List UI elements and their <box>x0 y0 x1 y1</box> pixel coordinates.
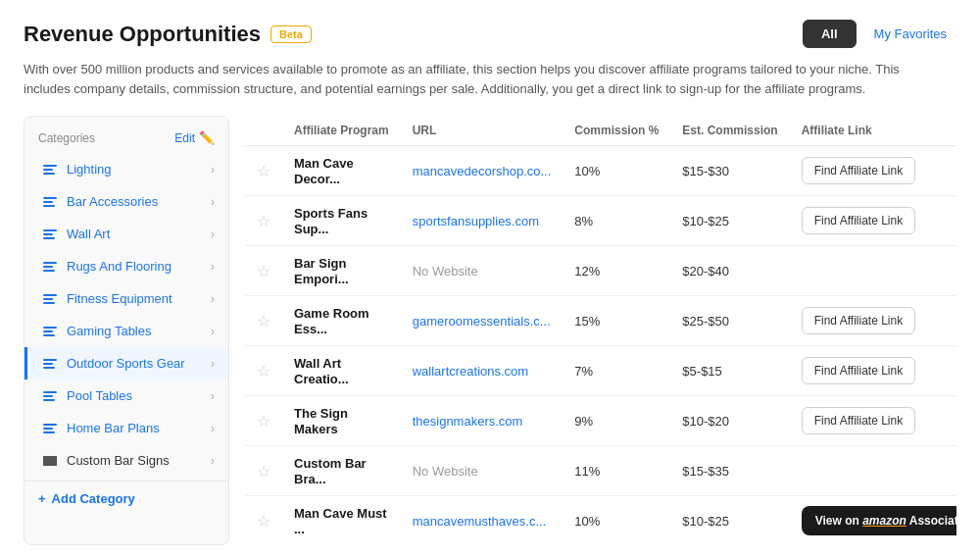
commission-pct: 11% <box>574 464 600 479</box>
find-affiliate-link-button[interactable]: Find Affiliate Link <box>802 207 916 234</box>
affiliate-url[interactable]: sportsfansupplies.com <box>413 214 539 228</box>
sidebar-item-label: Fitness Equipment <box>67 291 172 306</box>
find-affiliate-link-button[interactable]: Find Affiliate Link <box>802 357 916 384</box>
est-commission: $10-$25 <box>682 214 729 228</box>
find-affiliate-link-button[interactable]: Find Affiliate Link <box>802 407 916 434</box>
all-button[interactable]: All <box>803 20 857 48</box>
sidebar-item-gaming-tables[interactable]: Gaming Tables › <box>24 315 228 347</box>
sidebar: Categories Edit ✏️ Lighting › <box>24 116 229 545</box>
list-icon <box>41 422 59 435</box>
favorite-star-button[interactable]: ☆ <box>257 412 270 430</box>
chevron-right-icon: › <box>211 228 215 241</box>
chevron-right-icon: › <box>211 163 215 177</box>
sidebar-item-outdoor-sports-gear[interactable]: Outdoor Sports Gear › <box>24 347 228 380</box>
affiliate-url[interactable]: wallartcreations.com <box>413 364 529 379</box>
find-affiliate-link-button[interactable]: Find Affiliate Link <box>802 307 916 334</box>
sidebar-item-bar-accessories[interactable]: Bar Accessories › <box>24 185 228 218</box>
list-icon <box>41 389 59 403</box>
sidebar-item-wall-art[interactable]: Wall Art › <box>24 218 228 250</box>
list-icon <box>41 228 59 241</box>
chevron-right-icon: › <box>211 454 215 468</box>
col-url: URL <box>401 116 564 146</box>
list-icon <box>41 195 59 209</box>
table-row: ☆The Sign Makersthesignmakers.com9%$10-$… <box>245 396 956 446</box>
sidebar-header: Categories Edit ✏️ <box>24 125 228 153</box>
commission-pct: 9% <box>574 414 593 429</box>
table-row: ☆Bar Sign Empori...No Website12%$20-$40 <box>245 246 956 296</box>
commission-pct: 10% <box>574 514 600 529</box>
list-icon <box>41 163 59 177</box>
sidebar-item-custom-bar-signs[interactable]: Custom Bar Signs › <box>24 444 228 477</box>
page-title: Revenue Opportunities <box>24 22 261 47</box>
favorite-star-button[interactable]: ☆ <box>257 162 270 180</box>
chevron-right-icon: › <box>211 422 215 435</box>
sidebar-item-lighting[interactable]: Lighting › <box>24 153 228 185</box>
table-row: ☆Custom Bar Bra...No Website11%$15-$35 <box>245 446 956 496</box>
find-affiliate-link-button[interactable]: Find Affiliate Link <box>802 157 916 184</box>
affiliate-url[interactable]: mancavemusthaves.c... <box>413 514 547 529</box>
chevron-right-icon: › <box>211 260 215 274</box>
est-commission: $5-$15 <box>682 364 721 379</box>
beta-badge: Beta <box>270 25 312 43</box>
commission-pct: 8% <box>574 214 593 228</box>
commission-pct: 10% <box>574 164 600 178</box>
affiliate-table-container: Affiliate Program URL Commission % Est. … <box>245 116 956 545</box>
affiliate-url[interactable]: gameroomessentials.c... <box>413 314 551 329</box>
list-icon <box>41 292 59 306</box>
favorite-star-button[interactable]: ☆ <box>257 262 270 280</box>
sidebar-item-pool-tables[interactable]: Pool Tables › <box>24 380 228 412</box>
sidebar-item-label: Outdoor Sports Gear <box>67 356 185 371</box>
affiliate-name: Man Cave Decor... <box>294 156 354 186</box>
sidebar-item-fitness-equipment[interactable]: Fitness Equipment › <box>24 282 228 315</box>
affiliate-name: Custom Bar Bra... <box>294 456 367 486</box>
sidebar-item-label: Custom Bar Signs <box>67 453 170 468</box>
pencil-icon: ✏️ <box>199 130 215 145</box>
table-row: ☆Sports Fans Sup...sportsfansupplies.com… <box>245 196 956 246</box>
col-affiliate-program: Affiliate Program <box>282 116 401 146</box>
no-website-label: No Website <box>413 464 478 479</box>
affiliate-url[interactable]: mancavedecorshop.co... <box>413 164 552 178</box>
favorite-star-button[interactable]: ☆ <box>257 212 270 230</box>
col-star <box>245 116 282 146</box>
list-icon <box>41 357 59 371</box>
favorite-star-button[interactable]: ☆ <box>257 462 270 481</box>
chevron-right-icon: › <box>211 195 215 209</box>
view-amazon-associates-button[interactable]: View on amazon Associates <box>802 506 956 535</box>
sidebar-item-home-bar-plans[interactable]: Home Bar Plans › <box>24 412 228 444</box>
sidebar-item-label: Wall Art <box>67 227 110 241</box>
my-favorites-button[interactable]: My Favorites <box>864 21 956 47</box>
affiliate-name: Wall Art Creatio... <box>294 356 349 386</box>
sidebar-item-label: Home Bar Plans <box>67 421 160 435</box>
favorite-star-button[interactable]: ☆ <box>257 362 270 380</box>
commission-pct: 7% <box>574 364 593 379</box>
col-est-commission: Est. Commission <box>670 116 789 146</box>
page-header: Revenue Opportunities Beta All My Favori… <box>24 20 956 48</box>
table-row: ☆Man Cave Must ...mancavemusthaves.c...1… <box>245 496 956 546</box>
amazon-label-main: View on amazon Associates <box>815 514 956 528</box>
favorite-star-button[interactable]: ☆ <box>257 512 270 531</box>
header-left: Revenue Opportunities Beta <box>24 22 312 47</box>
favorite-star-button[interactable]: ☆ <box>257 312 270 330</box>
sidebar-item-label: Lighting <box>67 162 112 177</box>
table-row: ☆Wall Art Creatio...wallartcreations.com… <box>245 346 956 396</box>
chevron-right-icon: › <box>211 325 215 338</box>
affiliate-name: Man Cave Must ... <box>294 506 387 536</box>
affiliate-table: Affiliate Program URL Commission % Est. … <box>245 116 956 545</box>
add-category-button[interactable]: + Add Category <box>24 481 228 516</box>
header-right: All My Favorites <box>803 20 956 48</box>
sidebar-item-label: Bar Accessories <box>67 194 158 209</box>
list-icon <box>41 454 59 468</box>
affiliate-name: Bar Sign Empori... <box>294 256 349 286</box>
sidebar-item-label: Pool Tables <box>67 388 132 403</box>
edit-categories-button[interactable]: Edit ✏️ <box>174 130 215 145</box>
page-description: With over 500 million products and servi… <box>24 60 906 98</box>
affiliate-url[interactable]: thesignmakers.com <box>413 414 523 429</box>
categories-label: Categories <box>38 131 95 145</box>
sidebar-item-rugs-and-flooring[interactable]: Rugs And Flooring › <box>24 250 228 282</box>
no-website-label: No Website <box>413 264 478 278</box>
plus-icon: + <box>38 491 46 506</box>
col-affiliate-link: Affiliate Link <box>790 116 956 146</box>
main-layout: Categories Edit ✏️ Lighting › <box>24 116 956 545</box>
est-commission: $10-$25 <box>682 514 729 529</box>
edit-label: Edit <box>174 131 195 145</box>
